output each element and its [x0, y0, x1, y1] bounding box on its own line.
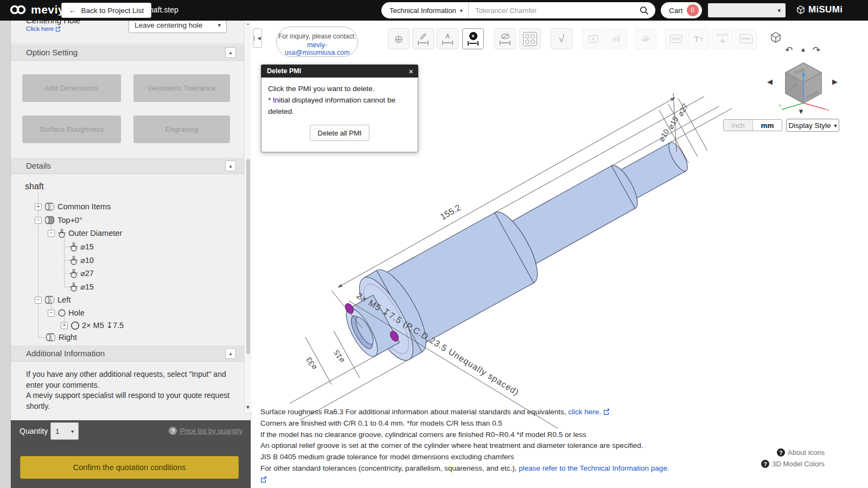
hide-dimension-button[interactable] [494, 28, 516, 49]
engraving-button[interactable]: Engraving [133, 115, 230, 143]
expand-icon[interactable]: + [35, 203, 42, 210]
help-icon: ? [169, 427, 177, 435]
geometric-tolerance-button[interactable]: Geometric Tolerance [133, 74, 230, 102]
top-bar: meviy ← Back to Project List shaft.step … [0, 0, 868, 21]
quantity-select[interactable]: 1 ▾ [50, 422, 79, 440]
surface-roughness-button[interactable]: Surface Roughness [22, 115, 121, 143]
click-here-link[interactable]: click here. [568, 408, 601, 416]
search-icon[interactable] [640, 6, 649, 15]
dimension-value-icon: 123 [670, 35, 682, 43]
circle-icon [58, 309, 66, 317]
meviy-logo-icon [9, 4, 28, 15]
section-header-additional-information: Additional Information ▲ [11, 345, 251, 362]
collapse-details-button[interactable]: ▲ [225, 160, 236, 171]
dxf-export-button[interactable]: DXF [735, 28, 757, 49]
collapse-icon[interactable]: − [35, 217, 42, 224]
cylinder-filled-icon [44, 216, 55, 224]
tree-line [38, 337, 46, 338]
tree-item-hole[interactable]: − Hole [48, 307, 85, 319]
surface-symbol-icon: √ [559, 34, 564, 44]
model-colors-link[interactable]: ? 3D Model Colors [761, 460, 825, 468]
about-icons-link[interactable]: ? About icons [777, 448, 825, 457]
add-dimensions-button[interactable]: Add Dimensions [22, 74, 121, 102]
meviy-logo[interactable]: meviy [9, 3, 65, 16]
model-viewer: ▏◀ For inquiry, please contact: meviy-us… [251, 21, 868, 488]
chevron-down-icon: ▾ [218, 22, 221, 29]
text-size-button[interactable]: TT [688, 28, 710, 49]
delete-pmi-tool-button[interactable]: × [462, 28, 484, 49]
tree-item-left[interactable]: − Left [35, 294, 71, 306]
dim-dia10: ⌀10 [657, 127, 671, 143]
chevron-down-icon: ▾ [71, 428, 74, 434]
collapse-icon[interactable]: − [35, 297, 42, 304]
svg-text:D: D [72, 255, 75, 259]
edit-dimension-button[interactable] [412, 28, 434, 49]
hole-pattern-icon [523, 32, 537, 46]
dim-length: 155.2 [439, 203, 462, 222]
sidebar-scrollbar[interactable]: ▲ ▼ [244, 21, 251, 412]
diameter-icon: D [69, 255, 78, 266]
geometric-tolerance-tool-button[interactable]: ◎∥ [605, 28, 627, 49]
rotate-up-icon[interactable]: ▲ [800, 46, 806, 53]
diameter-icon: D [69, 241, 78, 252]
surface-check-button[interactable]: √ [551, 28, 572, 49]
tolerance-notes: Surface roughness Ra6.3 For additional i… [260, 407, 673, 486]
collapse-icon[interactable]: − [48, 310, 55, 317]
back-to-project-list-button[interactable]: ← Back to Project List [61, 3, 151, 18]
help-icon: ? [777, 448, 785, 457]
external-link-icon [603, 408, 610, 415]
tree-item-m5-hole[interactable]: + 2× M5 ↧7.5 [61, 319, 124, 331]
account-select[interactable]: ▾ [708, 3, 786, 17]
scroll-down-icon[interactable]: ▼ [245, 404, 251, 410]
iso-view-icon[interactable] [770, 31, 782, 43]
hole-pattern-button[interactable] [519, 28, 541, 49]
tree-item-d27[interactable]: D ⌀27 [69, 267, 94, 279]
confirm-quotation-button[interactable]: Confirm the quotation conditions [20, 456, 239, 479]
tree-item-d15[interactable]: D ⌀15 [69, 241, 94, 253]
pencil-icon [420, 33, 427, 40]
tree-root-label: shaft [25, 182, 44, 191]
close-icon[interactable]: × [409, 67, 413, 75]
collapse-option-setting-button[interactable]: ▲ [225, 47, 236, 58]
diameter-icon: D [69, 268, 78, 279]
tree-item-outer-diameter[interactable]: − D Outer Diameter [48, 227, 122, 239]
x-circle-icon: × [469, 32, 477, 40]
dimension-line-icon [500, 41, 510, 45]
datum-label-button[interactable]: A [582, 28, 604, 49]
centering-hole-help-link[interactable]: Click here [26, 25, 61, 32]
diameter-icon: D [69, 281, 78, 292]
tree-item-d10[interactable]: D ⌀10 [69, 254, 94, 266]
dimension-line-icon [418, 41, 429, 45]
text-dimension-button[interactable]: A [437, 28, 458, 49]
tree-item-right[interactable]: Right [46, 331, 77, 343]
delete-all-pmi-button[interactable]: Delete all PMI [310, 125, 369, 141]
search-input[interactable] [469, 7, 640, 15]
tree-item-common-items[interactable]: + Common Items [35, 201, 111, 213]
scroll-up-icon[interactable]: ▲ [245, 22, 251, 25]
price-list-link[interactable]: ? Price list by quantity [169, 427, 242, 435]
tree-line [64, 236, 65, 287]
engraving-stamp-button[interactable] [635, 28, 656, 49]
tree-item-d15b[interactable]: D ⌀15 [69, 281, 94, 293]
scrollbar-thumb[interactable] [246, 159, 250, 354]
quantity-label: Quantity [20, 427, 48, 435]
search-category-select[interactable]: Technical Information ▾ [381, 2, 469, 18]
centering-hole-label: Centering Hole [26, 21, 80, 25]
collapse-icon[interactable]: − [48, 230, 55, 237]
expand-icon[interactable]: + [61, 322, 68, 329]
collapse-additional-info-button[interactable]: ▲ [225, 348, 236, 359]
collapse-sidebar-handle[interactable]: ▏◀ [253, 28, 262, 48]
tree-item-top-0[interactable]: − Top+0° [35, 214, 82, 226]
geometric-tolerance-icon: ◎∥ [612, 35, 620, 42]
six-views-download-button[interactable]: 6VIEWS + [712, 28, 733, 49]
dialog-header[interactable]: Delete PMI × [261, 65, 418, 78]
section-header-option-setting: Option Setting ▲ [11, 44, 251, 61]
dimension-value-button[interactable]: 123 [665, 28, 687, 49]
centering-hole-select[interactable]: Leave centering hole ▾ [129, 21, 227, 33]
technical-information-link[interactable]: please refer to the Technical Informatio… [519, 464, 669, 472]
cart-button[interactable]: Cart 0 [661, 2, 702, 18]
dim-dia15-top: ⌀15 [666, 115, 680, 131]
cylinder-icon [44, 296, 55, 304]
datum-target-button[interactable]: ⊕ [388, 28, 410, 49]
misumi-brand: MiSUMi [796, 4, 843, 15]
